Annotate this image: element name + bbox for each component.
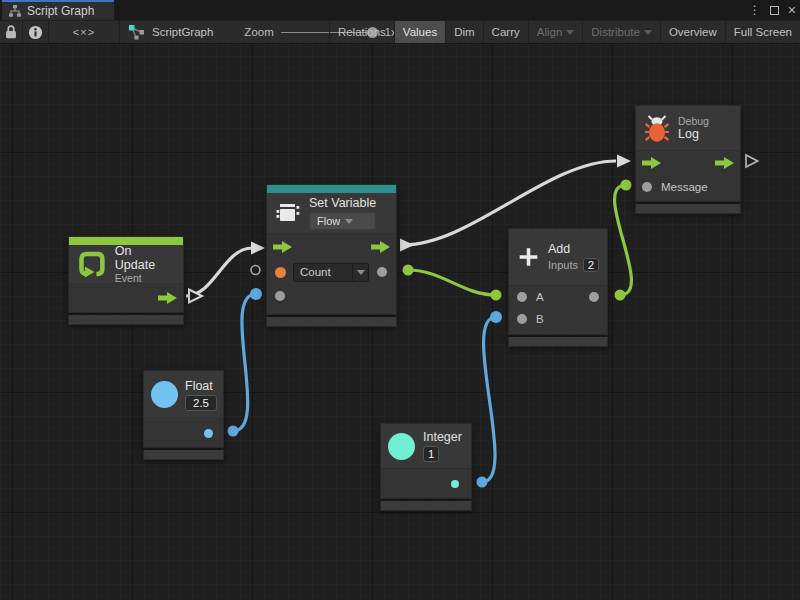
node-title: Log [678,127,709,141]
wire-value-integer-add-b[interactable] [482,317,496,482]
node-title: Float [185,379,217,393]
chevron-down-icon [357,270,365,275]
dim-button[interactable]: Dim [445,21,482,43]
graph-canvas[interactable]: On Update Event [0,44,800,600]
message-input-port[interactable] [642,182,652,192]
inputs-label: Inputs [548,259,578,271]
wire-cap [477,477,488,488]
wire-cap [250,288,262,300]
wire-value-add-debug-message[interactable] [615,185,632,295]
node-title: Set Variable [309,196,376,210]
lock-icon [2,23,20,41]
values-button[interactable]: Values [394,21,445,43]
inputs-count-field[interactable]: 2 [583,258,599,272]
node-float[interactable]: Float 2.5 [143,370,224,460]
tab-script-graph[interactable]: Script Graph [2,0,114,20]
distribute-button[interactable]: Distribute [582,21,660,43]
wire-end-arrow-icon [251,242,265,255]
value-input-port[interactable] [275,291,285,301]
title-bar: Script Graph ⋮ × [0,0,800,20]
wire-cap [615,290,626,301]
graph-name-label: ScriptGraph [152,26,213,38]
wire-start-arrow-icon [400,239,414,252]
script-graph-icon [128,24,145,40]
input-port-a[interactable] [517,292,527,302]
wire-cap [490,311,502,323]
flow-output-port[interactable] [715,157,734,169]
bug-icon [644,114,670,143]
variable-kind-dropdown[interactable]: Flow [309,212,376,230]
fullscreen-button[interactable]: Full Screen [725,21,800,43]
flow-input-port[interactable] [642,157,661,169]
chevron-down-icon [345,219,353,224]
unconnected-flow-triangle-icon [746,155,758,167]
flow-input-port[interactable] [273,241,292,253]
integer-value-field[interactable]: 1 [423,446,439,462]
plus-icon [517,244,540,270]
wire-value-float-setvariable[interactable] [233,294,256,431]
node-on-update[interactable]: On Update Event [68,236,184,325]
node-title: Integer [423,430,462,444]
relations-button[interactable]: Relations [329,21,394,43]
script-graph-window: Script Graph ⋮ × [0,0,800,600]
variable-name-dropdown[interactable]: Count [293,263,369,282]
node-set-variable[interactable]: Set Variable Flow [266,184,397,327]
loop-icon [77,249,107,279]
align-button[interactable]: Align [528,21,583,43]
maximize-icon[interactable] [770,6,779,15]
node-footer [68,315,184,325]
float-circle-icon [151,381,178,408]
zoom-label: Zoom [244,26,273,38]
flow-output-port[interactable] [371,241,390,253]
value-output-port[interactable] [377,267,387,277]
wire-cap [621,180,632,191]
unconnected-port-circle-icon [251,266,260,275]
wire-end-arrow-icon [617,155,631,168]
tab-title: Script Graph [27,4,94,18]
code-toggle-icon: <×> [73,26,95,38]
input-port-b[interactable] [517,314,527,324]
info-button[interactable] [23,21,49,43]
node-subtitle: Event [115,272,175,284]
flow-output-port[interactable] [158,292,177,304]
wire-cap [491,290,502,301]
lock-button[interactable] [0,21,23,43]
node-accent-strip [267,185,396,193]
hierarchy-icon [8,5,22,17]
wire-cap [403,265,414,276]
variable-icon [275,200,301,226]
float-value-field[interactable]: 2.5 [185,395,217,411]
variable-ref-input-port[interactable] [275,267,286,278]
node-title: Add [548,242,599,256]
node-title: On Update [115,244,175,272]
integer-circle-icon [388,433,415,460]
wire-value-setvariable-add-a[interactable] [408,270,496,295]
carry-button[interactable]: Carry [483,21,528,43]
chevron-down-icon [644,30,652,35]
chevron-down-icon [566,30,574,35]
node-add[interactable]: Add Inputs 2 A [508,228,608,347]
node-footer [635,204,741,214]
overview-button[interactable]: Overview [660,21,725,43]
float-output-port[interactable] [204,429,213,438]
node-debug-log[interactable]: Debug Log [635,105,741,214]
node-category: Debug [678,115,709,127]
info-icon [28,25,43,40]
node-footer [266,317,397,327]
window-menu-icon[interactable]: ⋮ [749,0,761,20]
integer-output-port[interactable] [451,480,459,488]
node-footer [143,450,224,460]
close-icon[interactable]: × [788,0,796,20]
code-view-toggle[interactable]: <×> [49,21,120,43]
node-footer [508,337,608,347]
node-footer [380,501,472,511]
sum-output-port[interactable] [589,292,599,302]
wire-flow-onupdate-setvariable[interactable] [186,248,252,296]
node-integer[interactable]: Integer 1 [380,423,472,511]
graph-toolbar: <×> ScriptGraph Zoom 1x Relations [0,20,800,44]
wire-cap [228,426,239,437]
